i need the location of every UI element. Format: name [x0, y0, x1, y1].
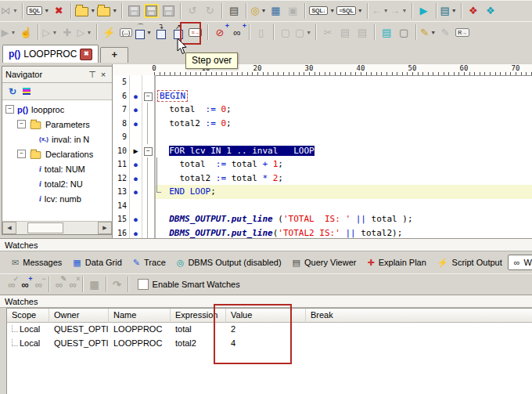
document-options-button[interactable]: ▤▼	[440, 2, 457, 20]
tab-trace[interactable]: ✎Trace	[128, 255, 171, 270]
code-line-15[interactable]: 15● DBMS_OUTPUT.put_line ('TOTAL IS: ' |…	[113, 212, 532, 226]
navigator-hscrollbar[interactable]: ◀ ▶	[2, 221, 112, 234]
tab-dbms-output[interactable]: ◎DBMS Output (disabled)	[171, 255, 287, 270]
scroll-left-icon[interactable]: ◀	[2, 222, 16, 234]
dbms-output-icon: ◎	[177, 258, 185, 268]
tree-line	[12, 325, 18, 332]
code-line-12[interactable]: 12● total2 := total * 2;	[113, 172, 532, 186]
save-as-button[interactable]	[143, 2, 159, 20]
tree-item-inval[interactable]: (x,)inval: in N	[2, 132, 112, 146]
step-over-button[interactable]: ⌒▼	[135, 23, 152, 41]
tree-item-total2[interactable]: itotal2: NU	[2, 176, 112, 191]
tab-data-grid[interactable]: ▦Data Grid	[67, 255, 127, 270]
describe-objects-button[interactable]: ▤	[379, 23, 394, 41]
add-watch-button[interactable]: ∞+	[21, 279, 28, 291]
open-file-button[interactable]: ▼	[75, 2, 95, 20]
check-watch-button: ∞✓	[8, 279, 15, 291]
close-icon[interactable]: ×	[98, 70, 109, 79]
scroll-right-icon[interactable]: ▶	[98, 222, 112, 234]
column-header-owner[interactable]: Owner	[49, 309, 109, 323]
compile-debug-button[interactable]: ❖	[466, 2, 481, 20]
tab-watches[interactable]: ∞Wa	[508, 255, 532, 270]
code-text: total2 := 0;	[156, 117, 532, 131]
expander-icon[interactable]: −	[5, 105, 14, 114]
paste-button: ▤	[354, 23, 370, 41]
tab-explain-plan[interactable]: ✚Explain Plan	[361, 255, 431, 270]
legend-icon[interactable]	[23, 88, 31, 95]
toolbar-separator	[22, 3, 23, 19]
refresh-icon[interactable]: ↻	[9, 86, 16, 97]
highlight-button[interactable]: ✎▼	[420, 23, 436, 41]
step-into-button[interactable]: ↴	[153, 23, 169, 41]
watches-grid-title: Watches	[0, 295, 532, 308]
column-header-scope[interactable]: Scope	[7, 309, 49, 323]
main-toolbar: ⋈▼SQL▼✖▼▼↺↻▤◎▼▦▣SQL↓▼≡SQL▼←▼→▼▶▤▼❖❖	[0, 0, 532, 22]
tree-item-parameters[interactable]: −Parameters	[2, 117, 112, 132]
describe-lamp-button[interactable]: ◎▼	[250, 2, 266, 20]
cell-value: 2	[226, 323, 306, 337]
column-header-name[interactable]: Name	[109, 309, 171, 323]
tree-item-loopproc[interactable]: −p()loopproc	[2, 102, 112, 117]
watch-row-2[interactable]: LocalQUEST_OPTILOOPPROCtotal24	[7, 337, 532, 351]
compile-button[interactable]: ⚡	[101, 23, 117, 41]
open-schema-browser-button[interactable]: ▼	[97, 2, 117, 20]
fold-margin	[142, 185, 156, 199]
tab-script-output[interactable]: ⚡Script Output	[432, 255, 508, 270]
tree-item-label: lcv: numb	[45, 194, 81, 204]
tab-query-viewer[interactable]: ▤Query Viewer	[287, 255, 362, 270]
watches-icon: ∞	[514, 258, 520, 267]
tab-messages[interactable]: ✉Messages	[6, 255, 67, 270]
code-line-11[interactable]: 11● total := total + 1;	[113, 157, 532, 172]
var-icon: i	[39, 179, 41, 188]
expander-icon[interactable]: −	[17, 150, 26, 158]
new-sql-window-button[interactable]: SQL▼	[27, 2, 49, 20]
tab-dbms-output-label: DBMS Output (disabled)	[188, 258, 281, 267]
fold-minus-icon[interactable]: −	[144, 147, 153, 156]
code-line-9[interactable]: 9	[113, 130, 532, 144]
enable-smart-watches-checkbox[interactable]	[138, 279, 149, 290]
disconnect-button[interactable]: ✖	[51, 2, 66, 20]
code-line-6[interactable]: 6●−BEGIN	[113, 89, 532, 103]
print-button[interactable]: ▤	[226, 2, 242, 20]
ruler-tick-label: 30	[305, 64, 314, 72]
line-number: 8	[113, 117, 130, 131]
tree-item-total[interactable]: itotal: NUM	[2, 161, 112, 176]
toolbar-separator	[436, 3, 437, 19]
code-line-14[interactable]: 14	[113, 199, 532, 213]
add-watch-button[interactable]: ∞+	[229, 23, 245, 41]
sql-recall-button[interactable]: SQL↓▼	[309, 2, 335, 20]
halt-execution-button[interactable]: ☝	[18, 23, 34, 41]
add-breakpoint-button[interactable]: ⊘+	[212, 23, 228, 41]
scroll-thumb[interactable]	[27, 222, 63, 233]
line-number: 14	[113, 199, 130, 213]
column-header-expression[interactable]: Expression	[171, 309, 226, 323]
close-tab-icon[interactable]: ✖	[80, 49, 92, 60]
execute-statement-button[interactable]: ▶	[416, 2, 432, 20]
code-line-16[interactable]: 16● DBMS_OUTPUT.put_line('TOTAL2 IS:' ||…	[113, 226, 532, 239]
tab-messages-label: Messages	[23, 258, 62, 267]
code-editor[interactable]: 01020304050607080 56●−BEGIN7● total := 0…	[112, 64, 532, 238]
code-line-5[interactable]: 5	[113, 75, 532, 89]
code-text	[156, 199, 532, 213]
convert-to-sql-button[interactable]: ≡SQL▼	[336, 2, 362, 20]
run-to-cursor-button[interactable]: ≡→	[188, 23, 203, 41]
fold-minus-icon[interactable]: −	[144, 92, 153, 101]
code-line-13[interactable]: 13● END LOOP;	[113, 185, 532, 199]
new-tab-button[interactable]: +	[100, 47, 128, 63]
expander-icon[interactable]: −	[17, 120, 26, 128]
code-line-8[interactable]: 8● total2 := 0;	[113, 117, 532, 131]
save-all-button	[160, 2, 176, 20]
column-header-break[interactable]: Break	[306, 309, 532, 323]
tree-item-declarations[interactable]: −Declarations	[2, 146, 112, 161]
editor-code-area[interactable]: 56●−BEGIN7● total := 0;8● total2 := 0;91…	[113, 75, 532, 238]
pin-icon[interactable]: ⊤	[87, 70, 98, 80]
watch-row-1[interactable]: LocalQUEST_OPTILOOPPROCtotal2	[7, 323, 532, 337]
column-header-value[interactable]: Value	[226, 309, 306, 323]
code-line-10[interactable]: 10▶− FOR lcv IN 1 .. inval LOOP	[113, 144, 532, 158]
compile-debug-alt-button[interactable]: ❖	[483, 2, 498, 20]
data-grid-window-button[interactable]: ▦	[268, 2, 283, 20]
code-line-7[interactable]: 7● total := 0;	[113, 103, 532, 117]
tab-loopproc[interactable]: p() LOOPPROC ✖	[2, 45, 99, 63]
tree-item-lcv[interactable]: ilcv: numb	[2, 191, 112, 206]
new-document-button[interactable]: ▢	[396, 23, 412, 41]
